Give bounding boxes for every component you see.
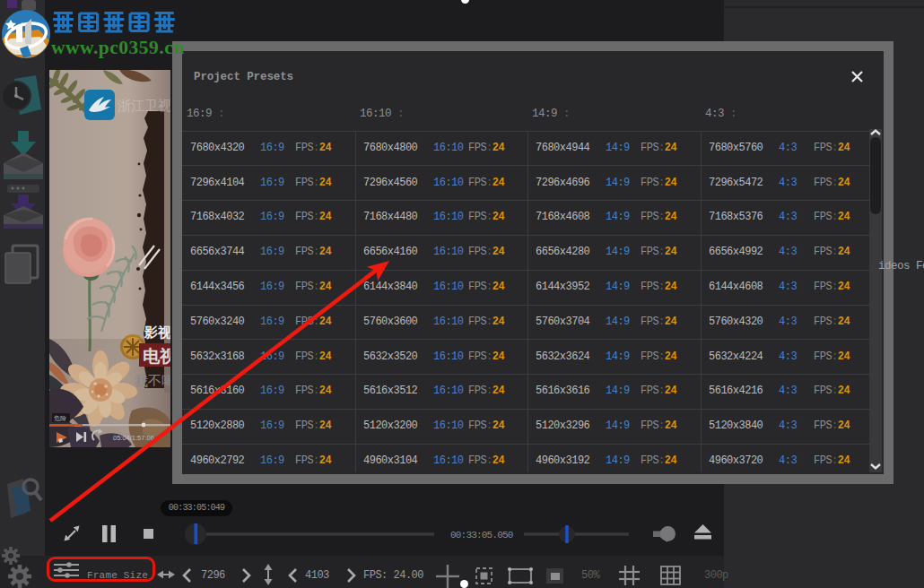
svg-text:00:33:05.050: 00:33:05.050 — [450, 530, 513, 540]
svg-text:www.pc0359.cn: www.pc0359.cn — [51, 37, 185, 58]
